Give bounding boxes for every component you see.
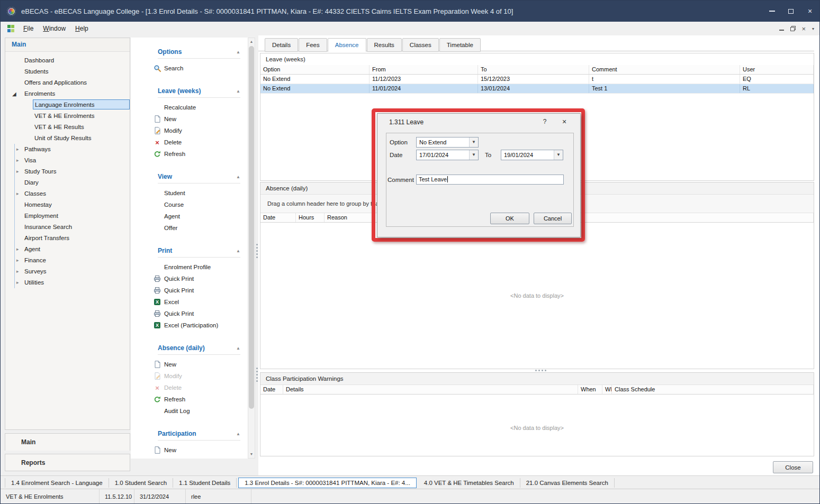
collapsed-arrow-icon[interactable]: ▸ bbox=[16, 188, 19, 199]
taskbar-tab-5[interactable]: 4.0 VET & HE Timetables Search bbox=[418, 478, 520, 488]
option-options-search[interactable]: Search bbox=[131, 62, 248, 74]
option-leave-weeks-delete[interactable]: ×Delete bbox=[131, 136, 248, 148]
sidebar-item-insurance-search[interactable]: Insurance Search bbox=[5, 222, 130, 233]
option-print-quick-print[interactable]: Quick Print bbox=[131, 308, 248, 319]
nav-footer-reports[interactable]: Reports bbox=[5, 454, 130, 471]
tab-results[interactable]: Results bbox=[367, 38, 402, 52]
dialog-close-button[interactable]: × bbox=[560, 117, 569, 126]
vertical-splitter-grip[interactable] bbox=[256, 368, 258, 382]
sidebar-item-language-enrolments[interactable]: Language Enrolments bbox=[5, 99, 130, 111]
date-to-select[interactable]: 19/01/2024 ▼ bbox=[501, 150, 563, 160]
sidebar-item-airport-transfers[interactable]: Airport Transfers bbox=[5, 233, 130, 244]
option-print-quick-print[interactable]: Quick Print bbox=[131, 285, 248, 296]
leave-col-comment[interactable]: Comment bbox=[589, 65, 740, 74]
comment-input[interactable]: Test Leave bbox=[416, 175, 564, 185]
mdi-close-button[interactable]: × bbox=[801, 26, 806, 32]
scrollbar-thumb[interactable] bbox=[249, 46, 254, 409]
tab-details[interactable]: Details bbox=[265, 38, 298, 52]
menu-help[interactable]: Help bbox=[70, 23, 93, 34]
option-print-enrolment-profile[interactable]: Enrolment Profile bbox=[131, 261, 248, 273]
collapse-arrow-icon[interactable]: ▲ bbox=[236, 89, 240, 94]
taskbar-tab-6[interactable]: 21.0 Canvas Elements Search bbox=[520, 478, 615, 488]
chevron-down-icon[interactable]: ▼ bbox=[469, 150, 478, 160]
tab-fees[interactable]: Fees bbox=[299, 38, 327, 52]
collapsed-arrow-icon[interactable]: ▸ bbox=[16, 255, 19, 266]
mdi-minimize-button[interactable] bbox=[779, 26, 784, 32]
option-view-offer[interactable]: Offer bbox=[131, 222, 248, 234]
menu-file[interactable]: File bbox=[19, 23, 38, 34]
collapsed-arrow-icon[interactable]: ▸ bbox=[16, 266, 19, 277]
scroll-down-icon[interactable]: ▼ bbox=[248, 451, 255, 458]
taskbar-tab-4[interactable]: 1.3 Enrol Details - S#: 0000031841 PITTM… bbox=[238, 478, 417, 488]
option-print-excel-participation[interactable]: XExcel (Participation) bbox=[131, 319, 248, 331]
warnings-col-details[interactable]: Details bbox=[283, 385, 578, 394]
close-window-button[interactable]: × bbox=[800, 1, 819, 22]
warnings-col-wh[interactable]: Wh bbox=[602, 385, 612, 394]
section-header-view[interactable]: View▲ bbox=[158, 172, 240, 184]
sidebar-item-agent[interactable]: ▸Agent bbox=[5, 244, 130, 255]
sidebar-item-study-tours[interactable]: ▸Study Tours bbox=[5, 166, 130, 177]
collapsed-arrow-icon[interactable]: ▸ bbox=[16, 244, 19, 255]
sidebar-item-dashboard[interactable]: Dashboard bbox=[5, 55, 130, 66]
collapsed-arrow-icon[interactable]: ▸ bbox=[16, 166, 19, 177]
sidebar-item-employment[interactable]: Employment bbox=[5, 210, 130, 222]
absence-col-date[interactable]: Date bbox=[260, 213, 296, 222]
options-scrollbar[interactable]: ▲ ▼ bbox=[248, 38, 255, 459]
tab-absence[interactable]: Absence bbox=[328, 38, 366, 52]
collapse-arrow-icon[interactable]: ▲ bbox=[236, 432, 240, 436]
collapsed-arrow-icon[interactable]: ▸ bbox=[16, 144, 19, 155]
leave-col-option[interactable]: Option bbox=[260, 65, 370, 74]
leave-col-to[interactable]: To bbox=[478, 65, 589, 74]
scroll-up-icon[interactable]: ▲ bbox=[248, 38, 255, 45]
taskbar-tab-1[interactable]: 1.4 Enrolment Search - Language bbox=[5, 478, 109, 488]
section-header-options[interactable]: Options▲ bbox=[158, 47, 240, 59]
option-view-course[interactable]: Course bbox=[131, 199, 248, 210]
warnings-col-when[interactable]: When bbox=[578, 385, 602, 394]
collapsed-arrow-icon[interactable]: ▸ bbox=[16, 277, 19, 288]
close-button[interactable]: Close bbox=[773, 461, 813, 473]
ok-button[interactable]: OK bbox=[490, 213, 529, 224]
collapse-arrow-icon[interactable]: ▲ bbox=[236, 175, 240, 179]
cancel-button[interactable]: Cancel bbox=[534, 213, 572, 224]
sidebar-item-classes[interactable]: ▸Classes bbox=[5, 188, 130, 199]
section-header-print[interactable]: Print▲ bbox=[158, 246, 240, 258]
sidebar-item-finance[interactable]: ▸Finance bbox=[5, 255, 130, 266]
help-button[interactable]: ? bbox=[540, 118, 549, 125]
section-header-absence-daily[interactable]: Absence (daily)▲ bbox=[158, 343, 240, 355]
minimize-button[interactable] bbox=[762, 1, 781, 22]
chevron-down-icon[interactable]: ▼ bbox=[554, 150, 563, 160]
taskbar-tab-2[interactable]: 1.0 Student Search bbox=[109, 478, 173, 488]
collapsed-arrow-icon[interactable]: ▸ bbox=[16, 155, 19, 166]
date-from-select[interactable]: 17/01/2024 ▼ bbox=[416, 150, 479, 160]
option-absence-daily-audit-log[interactable]: Audit Log bbox=[131, 405, 248, 417]
option-print-quick-print[interactable]: Quick Print bbox=[131, 273, 248, 285]
warnings-col-date[interactable]: Date bbox=[260, 385, 283, 394]
chevron-down-icon[interactable]: ▼ bbox=[469, 138, 478, 147]
tab-timetable[interactable]: Timetable bbox=[439, 38, 481, 52]
sidebar-item-surveys[interactable]: ▸Surveys bbox=[5, 266, 130, 277]
leave-col-from[interactable]: From bbox=[370, 65, 478, 74]
leave-col-user[interactable]: User bbox=[740, 65, 814, 74]
mdi-restore-button[interactable] bbox=[790, 26, 795, 32]
option-leave-weeks-refresh[interactable]: Refresh bbox=[131, 148, 248, 160]
option-absence-daily-new[interactable]: New bbox=[131, 359, 248, 370]
leave-row-0[interactable]: No Extend11/12/202315/12/2023tEQ bbox=[260, 75, 814, 84]
taskbar-tab-3[interactable]: 1.1 Student Details bbox=[173, 478, 237, 488]
collapse-arrow-icon[interactable]: ▲ bbox=[236, 50, 240, 54]
mdi-menu-dropdown[interactable]: ▾ bbox=[812, 26, 814, 32]
option-print-excel[interactable]: XExcel bbox=[131, 296, 248, 308]
leave-row-1[interactable]: No Extend11/01/202413/01/2024Test 1RL bbox=[260, 84, 814, 94]
option-leave-weeks-new[interactable]: New bbox=[131, 113, 248, 125]
section-header-leave-weeks[interactable]: Leave (weeks)▲ bbox=[158, 86, 240, 98]
option-absence-daily-refresh[interactable]: Refresh bbox=[131, 393, 248, 405]
option-leave-weeks-modify[interactable]: Modify bbox=[131, 125, 248, 136]
sidebar-item-vet-he-results[interactable]: VET & HE Results bbox=[5, 122, 130, 133]
maximize-button[interactable] bbox=[781, 1, 800, 22]
sidebar-item-students[interactable]: Students bbox=[5, 66, 130, 77]
sidebar-item-homestay[interactable]: Homestay bbox=[5, 199, 130, 210]
option-view-agent[interactable]: Agent bbox=[131, 210, 248, 222]
sidebar-item-offers-and-applications[interactable]: Offers and Applications bbox=[5, 77, 130, 88]
sidebar-item-pathways[interactable]: ▸Pathways bbox=[5, 144, 130, 155]
sidebar-item-vet-he-enrolments[interactable]: VET & HE Enrolments bbox=[5, 111, 130, 122]
collapse-arrow-icon[interactable]: ▲ bbox=[236, 249, 240, 253]
